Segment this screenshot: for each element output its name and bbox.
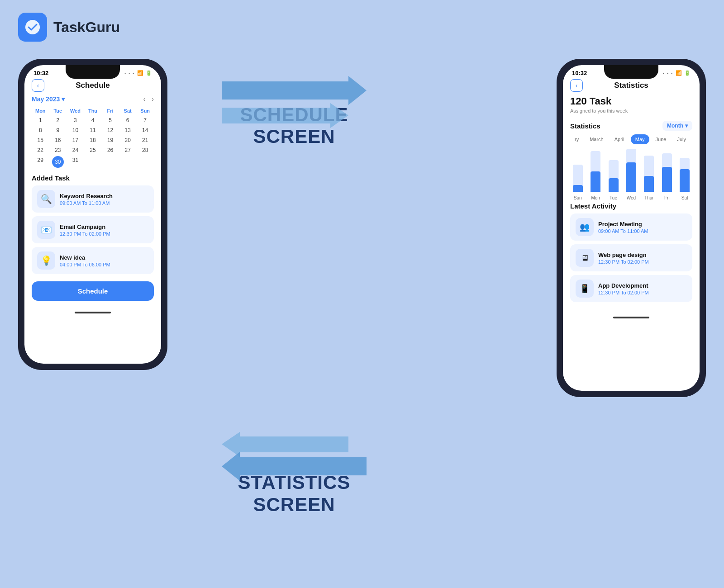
svg-point-0 xyxy=(25,20,40,34)
bar-label-mon: Mon xyxy=(591,195,600,200)
dots-icon-right: • • • xyxy=(663,71,673,75)
cal-day[interactable]: 10 xyxy=(67,125,84,135)
activity-icon-meeting: 👥 xyxy=(576,218,594,236)
cal-day[interactable]: 15 xyxy=(32,135,49,145)
cal-header-tue: Tue xyxy=(49,106,67,115)
app-logo xyxy=(18,13,47,42)
prev-month-button[interactable]: ‹ xyxy=(143,95,146,103)
cal-day[interactable]: 23 xyxy=(49,145,67,155)
cal-day[interactable]: 9 xyxy=(49,125,67,135)
time-right: 10:32 xyxy=(572,70,587,76)
bar-col-fri: Fri xyxy=(659,148,674,200)
wifi-icon: 📶 xyxy=(137,70,143,76)
month-tab-may[interactable]: May xyxy=(631,134,649,144)
task-count: 120 Task xyxy=(570,95,692,107)
battery-icon: 🔋 xyxy=(146,70,152,76)
cal-day[interactable]: 19 xyxy=(101,135,119,145)
added-task-label: Added Task xyxy=(32,174,154,182)
svg-marker-2 xyxy=(222,103,348,128)
cal-day[interactable]: 3 xyxy=(67,115,84,125)
cal-day[interactable]: 27 xyxy=(119,145,137,155)
cal-day[interactable]: 20 xyxy=(119,135,137,145)
home-indicator-right xyxy=(613,317,649,318)
cal-day[interactable]: 13 xyxy=(119,125,137,135)
cal-day[interactable]: 5 xyxy=(101,115,119,125)
bar-col-mon: Mon xyxy=(588,148,603,200)
cal-day[interactable]: 17 xyxy=(67,135,84,145)
task-card-keyword[interactable]: 🔍 Keyword Research 09:00 AM To 11:00 AM xyxy=(32,185,154,213)
month-tab-july[interactable]: July xyxy=(672,134,691,144)
month-tab-april[interactable]: April xyxy=(610,134,629,144)
task-card-email[interactable]: 📧 Email Campaign 12:30 PM To 02:00 PM xyxy=(32,216,154,243)
task-time-email: 12:30 PM To 02:00 PM xyxy=(60,231,110,237)
task-card-idea[interactable]: 💡 New idea 04:00 PM To 06:00 PM xyxy=(32,247,154,274)
month-tab-june[interactable]: June xyxy=(651,134,671,144)
cal-header-thu: Thu xyxy=(84,106,102,115)
activity-card-app[interactable]: 📱 App Development 12:30 PM To 02:00 PM xyxy=(570,275,692,302)
month-dropdown[interactable]: Month ▾ xyxy=(662,121,692,131)
phone-notch-right xyxy=(604,65,658,79)
dropdown-chevron: ▾ xyxy=(685,123,688,129)
month-tab-march[interactable]: March xyxy=(585,134,608,144)
bar-label-sat: Sat xyxy=(681,195,688,200)
cal-day[interactable]: 22 xyxy=(32,145,49,155)
cal-day[interactable]: 31 xyxy=(67,155,84,169)
bar-label-fri: Fri xyxy=(664,195,670,200)
calendar-grid: Mon Tue Wed Thu Fri Sat Sun 1 2 3 4 5 6 … xyxy=(32,106,154,169)
cal-day[interactable]: 11 xyxy=(84,125,102,135)
cal-day[interactable]: 25 xyxy=(84,145,102,155)
cal-header-sun: Sun xyxy=(136,106,154,115)
stats-title: Statistics xyxy=(614,81,648,90)
cal-day[interactable]: 1 xyxy=(32,115,49,125)
cal-day[interactable]: 14 xyxy=(136,125,154,135)
cal-day[interactable]: 2 xyxy=(49,115,67,125)
bar-col-sat: Sat xyxy=(677,148,692,200)
activity-card-meeting[interactable]: 👥 Project Meeting 09:00 AM To 11:00 AM xyxy=(570,213,692,241)
cal-day[interactable]: 18 xyxy=(84,135,102,145)
cal-day[interactable]: 8 xyxy=(32,125,49,135)
cal-header-wed: Wed xyxy=(67,106,84,115)
next-month-button[interactable]: › xyxy=(152,95,154,103)
cal-day[interactable]: 16 xyxy=(49,135,67,145)
svg-marker-1 xyxy=(222,76,367,105)
activity-time-app: 12:30 PM To 02:00 PM xyxy=(598,290,649,295)
bar-col-sun: Sun xyxy=(570,148,585,200)
cal-day[interactable]: 26 xyxy=(101,145,119,155)
time-left: 10:32 xyxy=(33,70,48,76)
cal-day[interactable]: 7 xyxy=(136,115,154,125)
wifi-icon-right: 📶 xyxy=(676,70,682,76)
dropdown-arrow: ▾ xyxy=(62,95,65,103)
activity-time-meeting: 09:00 AM To 11:00 AM xyxy=(598,228,648,234)
arrow-left-bottom xyxy=(222,103,348,128)
cal-day[interactable]: 24 xyxy=(67,145,84,155)
assigned-text: Assigned to you this week xyxy=(570,108,692,114)
cal-nav[interactable]: ‹ › xyxy=(143,95,154,103)
task-name-keyword: Keyword Research xyxy=(60,193,113,199)
cal-day[interactable]: 12 xyxy=(101,125,119,135)
cal-day[interactable]: 6 xyxy=(119,115,137,125)
bar-col-thur: Thur xyxy=(642,148,657,200)
cal-day[interactable]: 28 xyxy=(136,145,154,155)
cal-day-today[interactable]: 30 xyxy=(52,156,64,168)
task-name-email: Email Campaign xyxy=(60,223,110,230)
schedule-button[interactable]: Schedule xyxy=(32,281,154,301)
bar-col-tue: Tue xyxy=(606,148,621,200)
cal-day-empty xyxy=(84,155,102,169)
activity-card-web[interactable]: 🖥 Web page design 12:30 PM To 02:00 PM xyxy=(570,244,692,271)
back-button-right[interactable]: ‹ xyxy=(570,79,583,92)
back-button-left[interactable]: ‹ xyxy=(32,79,44,92)
cal-day[interactable]: 4 xyxy=(84,115,102,125)
activity-name-app: App Development xyxy=(598,282,649,289)
schedule-phone: 10:32 • • • 📶 🔋 ‹ Schedule May 2023 ▾ ‹ xyxy=(18,59,167,370)
latest-activity-title: Latest Activity xyxy=(570,202,692,210)
cal-day[interactable]: 21 xyxy=(136,135,154,145)
task-info-idea: New idea 04:00 PM To 06:00 PM xyxy=(60,254,110,267)
schedule-title: Schedule xyxy=(76,81,110,90)
cal-day-empty xyxy=(119,155,137,169)
month-label[interactable]: May 2023 ▾ xyxy=(32,95,65,103)
month-tab-ry[interactable]: ry xyxy=(570,134,583,144)
cal-day[interactable]: 29 xyxy=(32,155,49,169)
svg-marker-4 xyxy=(222,452,367,481)
task-info-keyword: Keyword Research 09:00 AM To 11:00 AM xyxy=(60,193,113,206)
task-time-keyword: 09:00 AM To 11:00 AM xyxy=(60,200,113,206)
